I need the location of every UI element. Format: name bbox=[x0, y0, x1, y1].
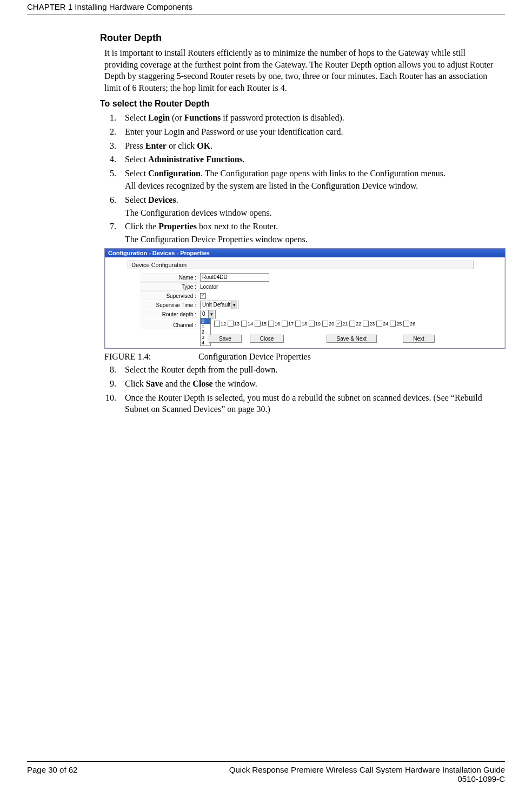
step-5: Select Configuration. The Configuration … bbox=[118, 168, 501, 192]
save-next-button[interactable]: Save & Next bbox=[327, 335, 377, 343]
supervise-time-select[interactable]: Unit Default bbox=[200, 301, 238, 309]
procedure-steps-continued: Select the Router depth from the pull-do… bbox=[104, 364, 501, 415]
button-row: Save Close Save & Next Next bbox=[205, 333, 502, 343]
channel-12-checkbox[interactable]: 12 bbox=[214, 321, 226, 327]
step-4: Select Administrative Functions. bbox=[118, 154, 501, 165]
config-titlebar: Configuration - Devices - Properties bbox=[105, 249, 505, 257]
step-1: Select Login (or Functions if password p… bbox=[118, 112, 501, 124]
doc-title: Quick Response Premiere Wireless Call Sy… bbox=[229, 765, 505, 774]
name-input[interactable]: Rout04DD bbox=[200, 273, 269, 282]
chapter-header: CHAPTER 1 Installing Hardware Components bbox=[27, 0, 505, 15]
step-8: Select the Router depth from the pull-do… bbox=[118, 364, 501, 376]
procedure-heading: To select the Router Depth bbox=[100, 99, 505, 109]
next-button[interactable]: Next bbox=[403, 335, 435, 343]
step-6: Select Devices. The Configuration device… bbox=[118, 194, 501, 218]
step-7: Click the Properties box next to the Rou… bbox=[118, 221, 501, 245]
channel-24-checkbox[interactable]: 24 bbox=[376, 321, 388, 327]
page-footer: Page 30 of 62 Quick Response Premiere Wi… bbox=[27, 761, 505, 791]
channel-16-checkbox[interactable]: 16 bbox=[268, 321, 280, 327]
step-10: Once the Router Depth is selected, you m… bbox=[118, 392, 501, 415]
step-2: Enter your Login and Password or use you… bbox=[118, 126, 501, 138]
doc-number: 0510-1099-C bbox=[229, 774, 505, 783]
channel-14-checkbox[interactable]: 14 bbox=[241, 321, 253, 327]
row-supervise-time: Supervise Time : Unit Default bbox=[141, 301, 502, 309]
channel-22-checkbox[interactable]: 22 bbox=[349, 321, 361, 327]
config-panel: Configuration - Devices - Properties Dev… bbox=[104, 248, 506, 349]
section-title: Router Depth bbox=[100, 32, 505, 44]
step-3: Press Enter or click OK. bbox=[118, 140, 501, 152]
channel-23-checkbox[interactable]: 23 bbox=[363, 321, 375, 327]
chapter-line: CHAPTER 1 Installing Hardware Components bbox=[27, 2, 192, 11]
row-type: Type : Locator bbox=[141, 282, 502, 291]
supervised-checkbox[interactable]: ✓ bbox=[200, 293, 206, 299]
channel-20-checkbox[interactable]: 20 bbox=[322, 321, 334, 327]
procedure-steps: Select Login (or Functions if password p… bbox=[104, 112, 501, 245]
channel-18-checkbox[interactable]: 18 bbox=[295, 321, 307, 327]
page-number: Page 30 of 62 bbox=[27, 765, 77, 783]
type-value: Locator bbox=[200, 284, 218, 290]
channel-17-checkbox[interactable]: 17 bbox=[282, 321, 294, 327]
channel-13-checkbox[interactable]: 13 bbox=[228, 321, 240, 327]
close-button[interactable]: Close bbox=[250, 335, 284, 343]
row-channel: Channel : 12 13 14 15 16 17 18 19 20 ✓21… bbox=[141, 321, 502, 329]
save-button[interactable]: Save bbox=[209, 335, 242, 343]
channel-15-checkbox[interactable]: 15 bbox=[255, 321, 267, 327]
figure-1-4: Configuration - Devices - Properties Dev… bbox=[104, 248, 501, 349]
device-config-label: Device Configuration bbox=[128, 261, 474, 269]
row-supervised: Supervised : ✓ bbox=[141, 291, 502, 300]
content-area: Router Depth It is important to install … bbox=[100, 15, 505, 761]
channel-25-checkbox[interactable]: 25 bbox=[390, 321, 402, 327]
row-name: Name : Rout04DD bbox=[141, 273, 502, 282]
channel-26-checkbox[interactable]: 26 bbox=[403, 321, 415, 327]
channel-19-checkbox[interactable]: 19 bbox=[309, 321, 321, 327]
router-depth-select[interactable]: 0 bbox=[200, 310, 216, 318]
intro-paragraph: It is important to install Routers effic… bbox=[104, 47, 501, 94]
channel-21-checkbox[interactable]: ✓21 bbox=[336, 321, 348, 327]
figure-caption: FIGURE 1.4: Configuration Device Propert… bbox=[104, 352, 501, 362]
step-9: Click Save and the Close the window. bbox=[118, 378, 501, 390]
